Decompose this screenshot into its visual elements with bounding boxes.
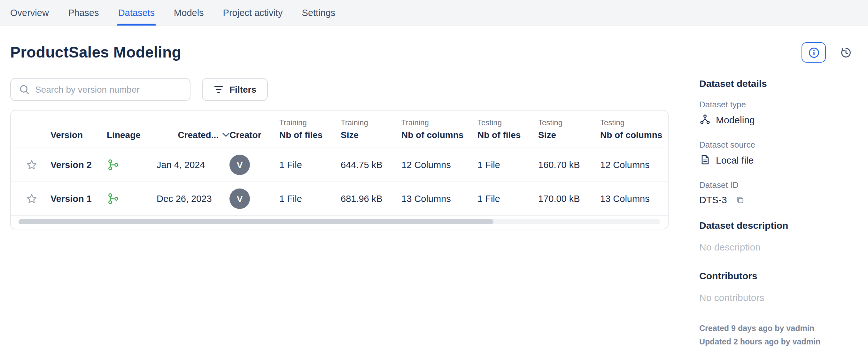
search-box bbox=[10, 78, 190, 101]
testing-columns-cell: 13 Columns bbox=[600, 194, 668, 204]
dataset-id-value: DTS-3 bbox=[699, 194, 857, 205]
lineage-button[interactable] bbox=[107, 158, 120, 171]
dataset-source-value: Local file bbox=[699, 154, 857, 165]
scrollbar-thumb[interactable] bbox=[19, 219, 493, 224]
top-navigation: Overview Phases Datasets Models Project … bbox=[0, 0, 868, 26]
training-columns-cell: 13 Columns bbox=[401, 194, 477, 204]
lineage-icon bbox=[107, 192, 120, 205]
testing-size-cell: 170.00 kB bbox=[538, 194, 600, 204]
created-cell: Jan 4, 2024 bbox=[157, 160, 229, 170]
creator-avatar: V bbox=[229, 189, 250, 209]
filters-button[interactable]: Filters bbox=[202, 78, 268, 101]
tab-models[interactable]: Models bbox=[174, 0, 204, 25]
info-icon bbox=[808, 46, 820, 59]
main-area: Filters Version Lineage Created... Creat… bbox=[0, 63, 868, 349]
copy-id-button[interactable] bbox=[736, 195, 745, 204]
audit-info: Created 9 days ago by vadmin Updated 2 h… bbox=[699, 322, 857, 349]
column-header-testing-size: Testing Size bbox=[538, 118, 600, 140]
tab-settings[interactable]: Settings bbox=[302, 0, 336, 25]
column-header-version: Version bbox=[51, 130, 107, 140]
details-title: Dataset details bbox=[699, 78, 857, 89]
creator-avatar: V bbox=[229, 155, 250, 175]
tab-phases[interactable]: Phases bbox=[68, 0, 99, 25]
dataset-source-label: Dataset source bbox=[699, 140, 857, 150]
lineage-button[interactable] bbox=[107, 192, 120, 205]
dataset-type-block: Dataset type Modeling bbox=[699, 100, 857, 125]
history-icon bbox=[839, 46, 852, 59]
dataset-type-label: Dataset type bbox=[699, 100, 857, 109]
copy-icon bbox=[736, 195, 745, 204]
modeling-icon bbox=[699, 114, 711, 125]
chevron-down-icon bbox=[222, 132, 229, 137]
testing-files-cell: 1 File bbox=[477, 194, 538, 204]
description-empty: No description bbox=[699, 242, 857, 252]
file-icon bbox=[699, 154, 711, 165]
table-row: Version 1 Dec 26, 2023 V 1 File 681.96 k… bbox=[11, 182, 668, 216]
created-cell: Dec 26, 2023 bbox=[157, 194, 229, 204]
versions-table: Version Lineage Created... Creator Train… bbox=[10, 110, 669, 229]
tab-datasets[interactable]: Datasets bbox=[118, 0, 155, 25]
dataset-id-block: Dataset ID DTS-3 bbox=[699, 180, 857, 205]
star-icon bbox=[25, 158, 38, 171]
tab-project-activity[interactable]: Project activity bbox=[223, 0, 283, 25]
column-header-lineage: Lineage bbox=[107, 130, 157, 140]
favorite-button[interactable] bbox=[25, 158, 38, 171]
search-input[interactable] bbox=[35, 84, 183, 95]
header-actions bbox=[802, 42, 858, 63]
dataset-id-label: Dataset ID bbox=[699, 180, 857, 190]
training-size-cell: 644.75 kB bbox=[341, 160, 401, 170]
table-header-row: Version Lineage Created... Creator Train… bbox=[11, 110, 668, 148]
testing-size-cell: 160.70 kB bbox=[538, 160, 600, 170]
contributors-empty: No contributors bbox=[699, 292, 857, 303]
lineage-icon bbox=[107, 158, 120, 171]
training-size-cell: 681.96 kB bbox=[341, 194, 401, 204]
testing-files-cell: 1 File bbox=[477, 160, 538, 170]
table-row: Version 2 Jan 4, 2024 V 1 File 644.75 kB bbox=[11, 148, 668, 182]
page-header: ProductSales Modeling bbox=[0, 26, 868, 63]
history-button[interactable] bbox=[834, 42, 858, 63]
training-columns-cell: 12 Columns bbox=[401, 160, 477, 170]
app-root: Overview Phases Datasets Models Project … bbox=[0, 0, 868, 354]
column-header-training-size: Training Size bbox=[341, 118, 401, 140]
star-icon bbox=[25, 192, 38, 205]
description-title: Dataset description bbox=[699, 220, 857, 231]
page-title: ProductSales Modeling bbox=[10, 43, 181, 61]
search-icon bbox=[19, 84, 30, 95]
created-info: Created 9 days ago by vadmin bbox=[699, 322, 857, 335]
updated-info: Updated 2 hours ago by vadmin bbox=[699, 335, 857, 348]
favorite-button[interactable] bbox=[25, 192, 38, 205]
tab-overview[interactable]: Overview bbox=[10, 0, 49, 25]
dataset-source-block: Dataset source Local file bbox=[699, 140, 857, 165]
filters-label: Filters bbox=[229, 84, 256, 95]
training-files-cell: 1 File bbox=[279, 194, 341, 204]
training-files-cell: 1 File bbox=[279, 160, 341, 170]
column-header-testing-columns: Testing Nb of columns bbox=[600, 118, 668, 140]
toolbar: Filters bbox=[10, 78, 669, 101]
testing-columns-cell: 12 Columns bbox=[600, 160, 668, 170]
version-link[interactable]: Version 2 bbox=[51, 160, 92, 170]
dataset-details-panel: Dataset details Dataset type Modeling Da… bbox=[699, 78, 857, 349]
dataset-type-value: Modeling bbox=[699, 114, 857, 125]
contributors-title: Contributors bbox=[699, 270, 857, 281]
filter-icon bbox=[214, 84, 224, 95]
version-link[interactable]: Version 1 bbox=[51, 194, 92, 204]
column-header-created[interactable]: Created... bbox=[157, 130, 229, 140]
horizontal-scrollbar[interactable] bbox=[19, 219, 660, 224]
column-header-creator: Creator bbox=[229, 130, 279, 140]
info-button[interactable] bbox=[802, 42, 826, 63]
column-header-training-files: Training Nb of files bbox=[279, 118, 341, 140]
column-header-testing-files: Testing Nb of files bbox=[477, 118, 538, 140]
versions-section: Filters Version Lineage Created... Creat… bbox=[10, 78, 669, 349]
column-header-training-columns: Training Nb of columns bbox=[401, 118, 477, 140]
